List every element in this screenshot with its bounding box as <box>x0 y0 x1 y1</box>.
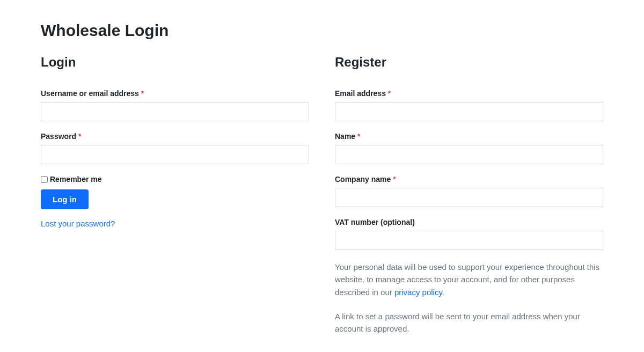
name-input[interactable] <box>335 145 603 164</box>
company-label: Company name * <box>335 175 603 184</box>
privacy-text-2: . <box>442 288 444 297</box>
login-heading: Login <box>41 55 309 70</box>
username-input[interactable] <box>41 102 309 121</box>
register-heading: Register <box>335 55 603 70</box>
privacy-text-1: Your personal data will be used to suppo… <box>335 262 599 297</box>
email-label-text: Email address <box>335 89 388 98</box>
login-column: Login Username or email address * Passwo… <box>41 55 309 352</box>
page-title: Wholesale Login <box>41 21 603 40</box>
name-row: Name * <box>335 132 603 164</box>
vat-row: VAT number (optional) <box>335 218 603 250</box>
columns-container: Login Username or email address * Passwo… <box>41 55 603 352</box>
name-label-text: Name <box>335 132 357 141</box>
username-row: Username or email address * <box>41 89 309 121</box>
username-label: Username or email address * <box>41 89 309 98</box>
required-mark: * <box>388 89 391 98</box>
lost-password-link[interactable]: Lost your password? <box>41 219 115 228</box>
password-input[interactable] <box>41 145 309 164</box>
remember-row: Remember me <box>41 175 309 185</box>
required-mark: * <box>78 132 81 141</box>
required-mark: * <box>141 89 144 98</box>
required-mark: * <box>357 132 360 141</box>
email-label: Email address * <box>335 89 603 98</box>
register-column: Register Email address * Name * Company … <box>335 55 603 352</box>
required-mark: * <box>393 175 396 184</box>
company-input[interactable] <box>335 188 603 207</box>
password-info-text: A link to set a password will be sent to… <box>335 310 603 335</box>
privacy-text: Your personal data will be used to suppo… <box>335 261 603 298</box>
lost-password-row: Lost your password? <box>41 219 309 229</box>
vat-label: VAT number (optional) <box>335 218 603 226</box>
username-label-text: Username or email address <box>41 89 141 98</box>
company-label-text: Company name <box>335 175 393 184</box>
remember-checkbox[interactable] <box>41 176 48 183</box>
password-label-text: Password <box>41 132 78 141</box>
email-row: Email address * <box>335 89 603 121</box>
login-button[interactable]: Log in <box>41 189 89 209</box>
password-label: Password * <box>41 132 309 141</box>
remember-label-wrap[interactable]: Remember me <box>41 175 102 184</box>
vat-input[interactable] <box>335 231 603 250</box>
name-label: Name * <box>335 132 603 141</box>
company-row: Company name * <box>335 175 603 207</box>
email-input[interactable] <box>335 102 603 121</box>
remember-label-text: Remember me <box>50 175 102 184</box>
privacy-policy-link[interactable]: privacy policy <box>394 288 442 297</box>
password-row: Password * <box>41 132 309 164</box>
